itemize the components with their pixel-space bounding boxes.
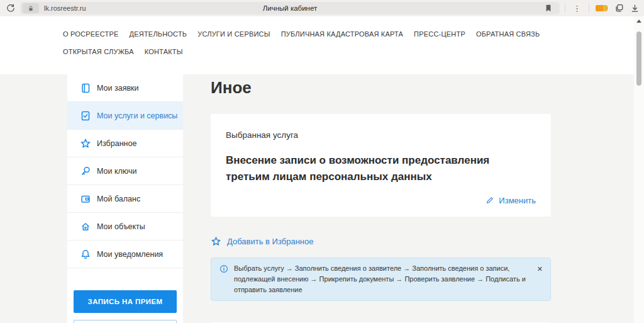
favorites-link-label: Добавить в Избранное	[227, 237, 313, 246]
steps-text: Выбрать услугу → Заполнить сведения о за…	[234, 263, 531, 295]
sidebar-item-my-applications[interactable]: Мои заявки	[67, 74, 183, 102]
sidebar-item-label: Мои услуги и сервисы	[97, 111, 177, 120]
toolbar-divider	[565, 4, 565, 13]
add-to-favorites-link[interactable]: Добавить в Избранное	[211, 236, 551, 247]
edit-link-label: Изменить	[499, 196, 536, 205]
main-navigation: О РОСРЕЕСТРЕ ДЕЯТЕЛЬНОСТЬ УСЛУГИ И СЕРВИ…	[0, 16, 547, 57]
star-icon	[80, 138, 91, 149]
lock-icon[interactable]	[23, 3, 39, 13]
sidebar-item-my-services[interactable]: Мои услуги и сервисы	[67, 102, 183, 130]
nav-link-cadastral-map[interactable]: ПУБЛИЧНАЯ КАДАСТРОВАЯ КАРТА	[281, 29, 403, 39]
star-outline-icon	[211, 236, 221, 247]
menu-kebab-icon[interactable]: ⋮	[572, 4, 582, 13]
page-scrollbar[interactable]	[634, 16, 644, 323]
sidebar-item-label: Мои заявки	[97, 84, 139, 93]
key-icon	[80, 166, 91, 177]
tabs-icon[interactable]	[614, 3, 624, 13]
bell-icon	[80, 249, 91, 260]
page-title: Иное	[211, 78, 551, 98]
scrollbar-up-arrow[interactable]	[636, 20, 641, 23]
document-icon	[80, 82, 91, 94]
download-icon[interactable]	[630, 4, 640, 13]
sidebar-item-label: Мои объекты	[97, 222, 145, 231]
sidebar-item-label: Мои ключи	[97, 167, 136, 176]
steps-info-banner: Выбрать услугу → Заполнить сведения о за…	[211, 258, 551, 301]
sidebar-item-label: Мой баланс	[97, 195, 140, 203]
service-title: Внесение записи о возможности предоставл…	[226, 152, 536, 186]
nav-link-activity[interactable]: ДЕЯТЕЛЬНОСТЬ	[130, 29, 187, 39]
selected-service-card: Выбранная услуга Внесение записи о возмо…	[211, 114, 551, 217]
battery-extension-icon[interactable]	[596, 5, 608, 11]
reload-icon[interactable]	[3, 0, 19, 16]
selected-service-label: Выбранная услуга	[226, 130, 536, 140]
sidebar: Мои заявки Мои услуги и сервисы Избранно…	[67, 74, 183, 323]
browser-toolbar: lk.rosreestr.ru Личный кабинет ⋮	[0, 0, 644, 16]
info-icon	[219, 264, 228, 276]
house-icon	[80, 221, 91, 232]
checkbox-icon	[80, 110, 91, 122]
nav-link-feedback[interactable]: ОБРАТНАЯ СВЯЗЬ	[476, 29, 540, 39]
sidebar-item-my-objects[interactable]: Мои объекты	[67, 213, 183, 241]
nav-link-press-center[interactable]: ПРЕСС-ЦЕНТР	[414, 29, 465, 39]
sidebar-item-label: Мои уведомления	[97, 250, 163, 259]
browser-actions: ⋮	[565, 3, 640, 13]
address-bar[interactable]: lk.rosreestr.ru Личный кабинет	[20, 2, 560, 14]
sidebar-item-my-keys[interactable]: Мои ключи	[67, 157, 183, 185]
sidebar-item-favorites[interactable]: Избранное	[67, 130, 183, 157]
nav-link-services[interactable]: УСЛУГИ И СЕРВИСЫ	[197, 29, 270, 39]
sidebar-secondary-button[interactable]	[74, 320, 177, 323]
close-icon[interactable]: ✕	[536, 265, 544, 273]
nav-link-about[interactable]: О РОСРЕЕСТРЕ	[63, 29, 119, 39]
page-body: Мои заявки Мои услуги и сервисы Избранно…	[0, 74, 644, 323]
sidebar-item-my-balance[interactable]: Мой баланс	[67, 185, 183, 213]
content-area: Иное Выбранная услуга Внесение записи о …	[211, 74, 551, 323]
site-header: О РОСРЕЕСТРЕ ДЕЯТЕЛЬНОСТЬ УСЛУГИ И СЕРВИ…	[0, 16, 644, 74]
toolbar-divider	[589, 4, 589, 13]
page-tab-title: Личный кабинет	[20, 4, 560, 12]
scrollbar-thumb[interactable]	[636, 31, 641, 86]
edit-service-link[interactable]: Изменить	[486, 196, 536, 205]
url-text: lk.rosreestr.ru	[44, 4, 86, 12]
nav-link-open-service[interactable]: ОТКРЫТАЯ СЛУЖБА	[63, 47, 134, 57]
appointment-button[interactable]: ЗАПИСЬ НА ПРИЕМ	[74, 290, 177, 313]
sidebar-item-my-notifications[interactable]: Мои уведомления	[67, 241, 183, 268]
bookmark-icon[interactable]	[545, 4, 555, 13]
wallet-icon	[80, 193, 91, 205]
sidebar-item-label: Избранное	[97, 139, 136, 148]
nav-link-contacts[interactable]: КОНТАКТЫ	[145, 47, 183, 57]
pencil-icon	[486, 196, 494, 205]
